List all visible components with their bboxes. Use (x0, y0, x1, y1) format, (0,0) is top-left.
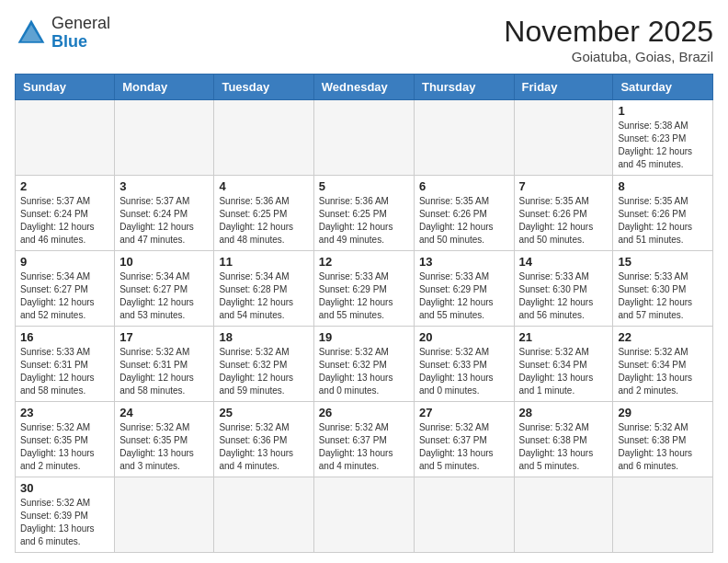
day-number: 29 (618, 406, 708, 419)
day-number: 6 (419, 179, 509, 193)
day-cell: 16Sunrise: 5:33 AM Sunset: 6:31 PM Dayli… (16, 327, 115, 402)
day-cell: 9Sunrise: 5:34 AM Sunset: 6:27 PM Daylig… (16, 251, 115, 327)
day-cell (214, 477, 313, 553)
day-number: 27 (419, 406, 509, 419)
day-info: Sunrise: 5:32 AM Sunset: 6:31 PM Dayligh… (119, 346, 209, 397)
day-info: Sunrise: 5:32 AM Sunset: 6:38 PM Dayligh… (618, 421, 708, 473)
day-number: 2 (20, 179, 109, 193)
day-info: Sunrise: 5:32 AM Sunset: 6:39 PM Dayligh… (20, 497, 109, 548)
day-cell: 29Sunrise: 5:32 AM Sunset: 6:38 PM Dayli… (613, 402, 713, 477)
day-number: 14 (519, 255, 609, 269)
day-info: Sunrise: 5:32 AM Sunset: 6:32 PM Dayligh… (219, 346, 308, 397)
day-cell: 11Sunrise: 5:34 AM Sunset: 6:28 PM Dayli… (214, 251, 313, 327)
day-header-tuesday: Tuesday (214, 75, 313, 100)
day-number: 4 (219, 179, 308, 193)
day-cell (313, 100, 414, 176)
day-header-saturday: Saturday (613, 75, 713, 100)
day-info: Sunrise: 5:35 AM Sunset: 6:26 PM Dayligh… (618, 195, 708, 247)
day-number: 30 (20, 481, 109, 495)
logo-text: General Blue (51, 15, 110, 52)
day-cell: 15Sunrise: 5:33 AM Sunset: 6:30 PM Dayli… (613, 251, 713, 327)
day-info: Sunrise: 5:32 AM Sunset: 6:32 PM Dayligh… (319, 346, 409, 397)
day-cell: 20Sunrise: 5:32 AM Sunset: 6:33 PM Dayli… (414, 327, 514, 402)
day-info: Sunrise: 5:33 AM Sunset: 6:30 PM Dayligh… (519, 270, 609, 322)
day-cell: 12Sunrise: 5:33 AM Sunset: 6:29 PM Dayli… (313, 251, 414, 327)
day-cell: 2Sunrise: 5:37 AM Sunset: 6:24 PM Daylig… (16, 176, 115, 251)
day-cell (16, 100, 115, 176)
title-block: November 2025 Goiatuba, Goias, Brazil (504, 15, 713, 64)
day-cell: 1Sunrise: 5:38 AM Sunset: 6:23 PM Daylig… (613, 100, 713, 176)
day-header-wednesday: Wednesday (313, 75, 414, 100)
day-cell (414, 477, 514, 553)
day-info: Sunrise: 5:33 AM Sunset: 6:31 PM Dayligh… (20, 346, 109, 397)
day-cell (514, 100, 613, 176)
day-info: Sunrise: 5:34 AM Sunset: 6:27 PM Dayligh… (20, 270, 109, 322)
day-info: Sunrise: 5:35 AM Sunset: 6:26 PM Dayligh… (519, 195, 609, 247)
day-cell: 21Sunrise: 5:32 AM Sunset: 6:34 PM Dayli… (514, 327, 613, 402)
day-info: Sunrise: 5:32 AM Sunset: 6:34 PM Dayligh… (519, 346, 609, 397)
day-number: 28 (519, 406, 609, 419)
day-cell (115, 477, 214, 553)
day-number: 25 (219, 406, 308, 419)
day-info: Sunrise: 5:33 AM Sunset: 6:29 PM Dayligh… (419, 270, 509, 322)
day-number: 24 (119, 406, 209, 419)
day-cell (214, 100, 313, 176)
logo: General Blue (15, 15, 110, 52)
month-title: November 2025 (504, 15, 713, 49)
calendar-table: SundayMondayTuesdayWednesdayThursdayFrid… (15, 74, 713, 553)
day-number: 26 (319, 406, 409, 419)
day-number: 10 (119, 255, 209, 269)
day-cell: 7Sunrise: 5:35 AM Sunset: 6:26 PM Daylig… (514, 176, 613, 251)
week-row-5: 23Sunrise: 5:32 AM Sunset: 6:35 PM Dayli… (16, 402, 713, 477)
logo-icon (15, 17, 48, 50)
day-info: Sunrise: 5:32 AM Sunset: 6:33 PM Dayligh… (419, 346, 509, 397)
logo-blue: Blue (51, 32, 87, 51)
day-header-sunday: Sunday (16, 75, 115, 100)
day-cell: 30Sunrise: 5:32 AM Sunset: 6:39 PM Dayli… (16, 477, 115, 553)
day-number: 15 (618, 255, 708, 269)
week-row-4: 16Sunrise: 5:33 AM Sunset: 6:31 PM Dayli… (16, 327, 713, 402)
day-cell (514, 477, 613, 553)
week-row-3: 9Sunrise: 5:34 AM Sunset: 6:27 PM Daylig… (16, 251, 713, 327)
logo-general: General (51, 14, 110, 32)
day-number: 20 (419, 330, 509, 344)
day-cell: 10Sunrise: 5:34 AM Sunset: 6:27 PM Dayli… (115, 251, 214, 327)
day-info: Sunrise: 5:32 AM Sunset: 6:36 PM Dayligh… (219, 421, 308, 473)
day-info: Sunrise: 5:38 AM Sunset: 6:23 PM Dayligh… (618, 120, 708, 171)
day-info: Sunrise: 5:32 AM Sunset: 6:34 PM Dayligh… (618, 346, 708, 397)
day-cell: 13Sunrise: 5:33 AM Sunset: 6:29 PM Dayli… (414, 251, 514, 327)
day-info: Sunrise: 5:36 AM Sunset: 6:25 PM Dayligh… (219, 195, 308, 247)
day-info: Sunrise: 5:32 AM Sunset: 6:35 PM Dayligh… (119, 421, 209, 473)
day-number: 19 (319, 330, 409, 344)
day-number: 8 (618, 179, 708, 193)
day-cell: 4Sunrise: 5:36 AM Sunset: 6:25 PM Daylig… (214, 176, 313, 251)
day-cell: 14Sunrise: 5:33 AM Sunset: 6:30 PM Dayli… (514, 251, 613, 327)
day-number: 13 (419, 255, 509, 269)
day-info: Sunrise: 5:32 AM Sunset: 6:35 PM Dayligh… (20, 421, 109, 473)
day-cell: 6Sunrise: 5:35 AM Sunset: 6:26 PM Daylig… (414, 176, 514, 251)
day-info: Sunrise: 5:33 AM Sunset: 6:30 PM Dayligh… (618, 270, 708, 322)
day-cell: 5Sunrise: 5:36 AM Sunset: 6:25 PM Daylig… (313, 176, 414, 251)
day-number: 7 (519, 179, 609, 193)
week-row-1: 1Sunrise: 5:38 AM Sunset: 6:23 PM Daylig… (16, 100, 713, 176)
week-row-2: 2Sunrise: 5:37 AM Sunset: 6:24 PM Daylig… (16, 176, 713, 251)
day-info: Sunrise: 5:37 AM Sunset: 6:24 PM Dayligh… (119, 195, 209, 247)
day-number: 11 (219, 255, 308, 269)
day-cell: 27Sunrise: 5:32 AM Sunset: 6:37 PM Dayli… (414, 402, 514, 477)
day-cell (313, 477, 414, 553)
location: Goiatuba, Goias, Brazil (504, 49, 713, 64)
day-number: 5 (319, 179, 409, 193)
day-cell (115, 100, 214, 176)
day-cell: 23Sunrise: 5:32 AM Sunset: 6:35 PM Dayli… (16, 402, 115, 477)
day-cell: 24Sunrise: 5:32 AM Sunset: 6:35 PM Dayli… (115, 402, 214, 477)
day-info: Sunrise: 5:37 AM Sunset: 6:24 PM Dayligh… (20, 195, 109, 247)
day-info: Sunrise: 5:34 AM Sunset: 6:27 PM Dayligh… (119, 270, 209, 322)
day-cell (414, 100, 514, 176)
day-info: Sunrise: 5:35 AM Sunset: 6:26 PM Dayligh… (419, 195, 509, 247)
day-number: 18 (219, 330, 308, 344)
day-number: 16 (20, 330, 109, 344)
calendar-header-row: SundayMondayTuesdayWednesdayThursdayFrid… (16, 75, 713, 100)
page-header: General Blue November 2025 Goiatuba, Goi… (15, 15, 713, 64)
day-header-monday: Monday (115, 75, 214, 100)
day-number: 9 (20, 255, 109, 269)
